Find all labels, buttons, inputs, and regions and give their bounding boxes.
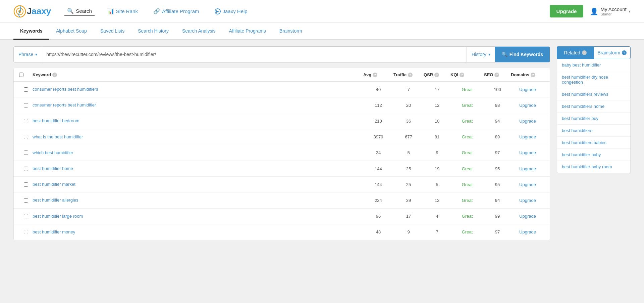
keywords-table: Keyword ? Avg ? Traffic ? QSR ? KQI ? <box>13 68 550 240</box>
main-content: Phrase ▾ History ▾ 🔍 Find Keywords Keywo… <box>0 40 644 247</box>
header-traffic: Traffic ? <box>393 72 424 77</box>
row-keyword[interactable]: consumer reports best humidifiers <box>33 86 363 92</box>
kqi-info-icon[interactable]: ? <box>460 73 464 77</box>
sub-nav-affiliate-programs[interactable]: Affiliate Programs <box>222 23 273 40</box>
account-menu[interactable]: 👤 My Account Starter ▾ <box>590 6 631 16</box>
row-checkbox-0[interactable] <box>24 87 28 92</box>
tab-brainstorm[interactable]: Brainstorm ? <box>594 46 631 59</box>
sub-nav-brainstorm[interactable]: Brainstorm <box>273 23 309 40</box>
table-row: which best humidifier 24 5 9 Great 97 Up… <box>14 145 550 161</box>
row-domains-upgrade[interactable]: Upgrade <box>511 103 544 108</box>
row-domains-upgrade[interactable]: Upgrade <box>511 214 544 219</box>
related-list-item[interactable]: best humidifier baby room <box>557 161 630 173</box>
row-domains-upgrade[interactable]: Upgrade <box>511 119 544 124</box>
row-keyword[interactable]: best humidifier large room <box>33 213 363 219</box>
row-qsr: 9 <box>424 150 450 155</box>
related-list-item[interactable]: best humidifiers home <box>557 100 630 113</box>
nav-siterank[interactable]: 📊 Site Rank <box>105 7 141 16</box>
row-checkbox-7[interactable] <box>24 198 28 203</box>
row-kqi: Great <box>450 182 484 187</box>
select-all-checkbox[interactable] <box>19 73 23 77</box>
qsr-info-icon[interactable]: ? <box>434 73 439 77</box>
account-icon: 👤 <box>590 7 598 15</box>
sub-nav-analysis[interactable]: Search Analysis <box>175 23 222 40</box>
related-list-item[interactable]: best humidifiers reviews <box>557 88 630 100</box>
row-checkbox-5[interactable] <box>24 167 28 171</box>
row-checkbox-cell <box>19 230 33 234</box>
table-row: what is the best humidifier 3979 677 81 … <box>14 129 550 145</box>
table-row: consumer reports best humidifier 112 20 … <box>14 97 550 113</box>
account-name: My Account <box>600 6 627 12</box>
row-seo: 94 <box>484 119 511 124</box>
table-row: consumer reports best humidifiers 40 7 1… <box>14 82 550 97</box>
seo-info-icon[interactable]: ? <box>494 73 499 77</box>
row-keyword[interactable]: which best humidifier <box>33 150 363 156</box>
row-kqi: Great <box>450 229 484 234</box>
row-domains-upgrade[interactable]: Upgrade <box>511 134 544 139</box>
search-input[interactable] <box>42 47 467 62</box>
header-seo: SEO ? <box>484 72 511 77</box>
find-keywords-button[interactable]: 🔍 Find Keywords <box>495 47 550 62</box>
sub-nav-saved[interactable]: Saved Lists <box>94 23 131 40</box>
row-avg: 48 <box>363 229 393 234</box>
affiliate-icon: 🔗 <box>153 8 160 14</box>
brainstorm-tab-label: Brainstorm <box>597 50 620 55</box>
row-keyword[interactable]: best humidifier allergies <box>33 197 363 203</box>
row-traffic: 7 <box>393 87 424 92</box>
account-tier: Starter <box>600 12 627 16</box>
brainstorm-info-icon[interactable]: ? <box>622 50 627 55</box>
search-icon: 🔍 <box>67 8 74 14</box>
related-list-item[interactable]: best humidifier buy <box>557 113 630 125</box>
help-icon: ▶ <box>215 8 221 14</box>
row-checkbox-1[interactable] <box>24 103 28 107</box>
row-checkbox-2[interactable] <box>24 119 28 123</box>
row-domains-upgrade[interactable]: Upgrade <box>511 182 544 187</box>
related-list-item[interactable]: best humidifier dry nose congestion <box>557 71 630 88</box>
nav-affiliate[interactable]: 🔗 Affiliate Program <box>151 7 202 16</box>
related-list-item[interactable]: best humidifiers <box>557 125 630 137</box>
tab-related[interactable]: Related ? <box>557 46 594 59</box>
row-keyword[interactable]: best humidifier money <box>33 229 363 235</box>
row-keyword[interactable]: best humidifier market <box>33 181 363 187</box>
related-list-item[interactable]: baby best humidifier <box>557 59 630 71</box>
row-checkbox-6[interactable] <box>24 182 28 187</box>
nav-help[interactable]: ▶ Jaaxy Help <box>212 7 250 16</box>
sub-nav-keywords[interactable]: Keywords <box>13 23 49 40</box>
row-keyword[interactable]: best humidifier bedroom <box>33 118 363 124</box>
row-seo: 95 <box>484 166 511 171</box>
row-traffic: 9 <box>393 229 424 234</box>
related-info-icon[interactable]: ? <box>582 50 587 55</box>
nav-search[interactable]: 🔍 Search <box>64 6 95 16</box>
history-dropdown[interactable]: History ▾ <box>467 47 495 62</box>
row-domains-upgrade[interactable]: Upgrade <box>511 87 544 92</box>
avg-info-icon[interactable]: ? <box>373 73 377 77</box>
row-keyword[interactable]: best humidifier home <box>33 166 363 172</box>
nav-affiliate-label: Affiliate Program <box>162 8 199 14</box>
upgrade-button[interactable]: Upgrade <box>550 5 584 17</box>
row-seo: 97 <box>484 150 511 155</box>
logo[interactable]: Jaaxy <box>13 5 51 18</box>
row-checkbox-9[interactable] <box>24 230 28 234</box>
row-checkbox-8[interactable] <box>24 214 28 218</box>
row-keyword[interactable]: what is the best humidifier <box>33 134 363 140</box>
row-keyword[interactable]: consumer reports best humidifier <box>33 102 363 108</box>
row-checkbox-4[interactable] <box>24 150 28 155</box>
sub-nav-alphabet[interactable]: Alphabet Soup <box>49 23 94 40</box>
traffic-info-icon[interactable]: ? <box>408 73 413 77</box>
domains-info-icon[interactable]: ? <box>531 73 535 77</box>
row-domains-upgrade[interactable]: Upgrade <box>511 229 544 234</box>
left-panel: Phrase ▾ History ▾ 🔍 Find Keywords Keywo… <box>13 46 550 240</box>
phrase-dropdown[interactable]: Phrase ▾ <box>14 47 42 62</box>
row-domains-upgrade[interactable]: Upgrade <box>511 166 544 171</box>
related-list-item[interactable]: best humidifier baby <box>557 149 630 161</box>
header-domains: Domains ? <box>511 72 544 77</box>
row-domains-upgrade[interactable]: Upgrade <box>511 150 544 155</box>
row-traffic: 17 <box>393 214 424 219</box>
keyword-info-icon[interactable]: ? <box>52 73 57 77</box>
row-checkbox-3[interactable] <box>24 135 28 139</box>
sub-nav-history[interactable]: Search History <box>131 23 175 40</box>
row-domains-upgrade[interactable]: Upgrade <box>511 198 544 203</box>
row-qsr: 12 <box>424 103 450 108</box>
row-checkbox-cell <box>19 87 33 92</box>
related-list-item[interactable]: best humidifiers babies <box>557 137 630 149</box>
